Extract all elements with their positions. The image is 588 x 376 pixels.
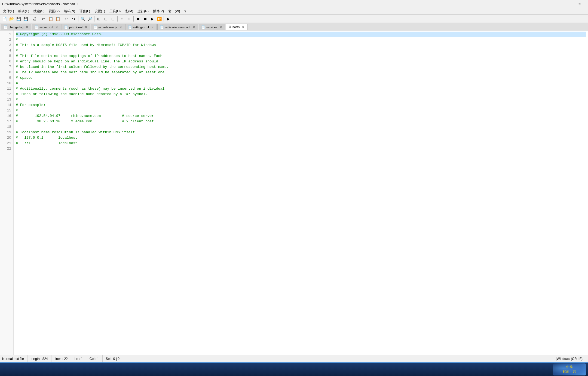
zoom-in-button[interactable]: ⊞ [96, 16, 102, 22]
code-line-10[interactable]: # [16, 81, 586, 86]
code-line-7[interactable]: # be placed in the first column followed… [16, 64, 586, 70]
zoom-out-button[interactable]: ⊟ [103, 16, 109, 22]
taskbar: 中简 的那一共 [0, 362, 588, 376]
menu-item-v[interactable]: 视图(V) [47, 8, 62, 14]
code-line-9[interactable]: # space. [16, 75, 586, 81]
tab-hosts[interactable]: 🖥hosts✕ [226, 24, 247, 30]
maximize-button[interactable]: ☐ [560, 0, 572, 8]
line-number-14: 14 [2, 102, 11, 108]
menu-item-f[interactable]: 文件(F) [1, 8, 16, 14]
code-line-5[interactable]: # This file contains the mappings of IP … [16, 53, 586, 59]
sync-scroll-v-button[interactable]: ↕ [119, 16, 125, 22]
macro-play-button[interactable]: ▶ [149, 16, 155, 22]
menu-item-l[interactable]: 语言(L) [77, 8, 92, 14]
redo-button[interactable]: ↪ [71, 16, 77, 22]
code-line-14[interactable]: # For example: [16, 102, 586, 108]
tab-close-server-xml[interactable]: ✕ [55, 25, 59, 29]
line-number-13: 13 [2, 97, 11, 102]
menu-item-n[interactable]: 编码(N) [62, 8, 77, 14]
code-line-13[interactable]: # [16, 97, 586, 102]
tab-icon-settings-xml: 📄 [128, 25, 132, 29]
tab-icon-server-xml: 📄 [34, 25, 38, 29]
menu-item-w[interactable]: 窗口(W) [166, 8, 182, 14]
macro-run-button[interactable]: ⏩ [156, 16, 163, 22]
code-line-1[interactable]: # Copyright (c) 1993-2009 Microsoft Corp… [16, 32, 586, 37]
save-button[interactable]: 💾 [15, 16, 22, 22]
print-button[interactable]: 🖨 [31, 16, 38, 22]
code-line-21[interactable]: # ::1 localhost [16, 141, 586, 146]
code-line-16[interactable]: # 102.54.94.97 rhino.acme.com # source s… [16, 113, 586, 119]
run-button[interactable]: ▶ [165, 16, 171, 22]
sync-scroll-h-button[interactable]: ↔ [126, 16, 132, 22]
tab-settings-xml[interactable]: 📄settings.xml✕ [125, 24, 157, 30]
tab-services[interactable]: 📄services✕ [199, 24, 225, 30]
tab-icon-change-log: 📄 [4, 25, 8, 29]
line-number-2: 2 [2, 37, 11, 43]
code-content[interactable]: # Copyright (c) 1993-2009 Microsoft Corp… [14, 31, 588, 355]
title-bar: C:\Windows\System32\drivers\etc\hosts - … [0, 0, 588, 8]
menu-item-e[interactable]: 编辑(E) [16, 8, 31, 14]
code-line-12[interactable]: # lines or following the machine name de… [16, 92, 586, 97]
game-icon[interactable]: 中简 的那一共 [553, 363, 586, 375]
toolbar-sep-7 [133, 16, 134, 22]
code-line-4[interactable]: # [16, 48, 586, 53]
code-line-19[interactable]: # localhost name resolution is handled w… [16, 130, 586, 135]
code-line-17[interactable]: # 38.25.63.10 x.acme.com # x client host [16, 119, 586, 124]
find-button[interactable]: 🔍 [79, 16, 86, 22]
macro-stop-button[interactable]: ⏹ [142, 16, 148, 22]
menu-item-o[interactable]: 工具(O) [107, 8, 123, 14]
tab-peizhi-xml[interactable]: 📄peizhi.xml✕ [62, 24, 90, 30]
code-line-18[interactable] [16, 124, 586, 130]
undo-button[interactable]: ↩ [63, 16, 70, 22]
tab-close-hosts[interactable]: ✕ [241, 25, 245, 29]
line-number-5: 5 [2, 53, 11, 59]
tab-close-peizhi-xml[interactable]: ✕ [84, 25, 88, 29]
tab-echarts-min-js[interactable]: 📄echarts.min.js✕ [91, 24, 125, 30]
tab-close-settings-xml[interactable]: ✕ [151, 25, 154, 29]
menu-item-r[interactable]: 运行(R) [135, 8, 151, 14]
tab-close-redis-windows-conf[interactable]: ✕ [192, 25, 196, 29]
copy-button[interactable]: 📋 [47, 16, 54, 22]
code-line-20[interactable]: # 127.0.0.1 localhost [16, 135, 586, 141]
macro-record-button[interactable]: ⏺ [135, 16, 141, 22]
cut-button[interactable]: ✂ [40, 16, 47, 22]
menu-item-[interactable]: ? [182, 9, 188, 14]
line-number-9: 9 [2, 75, 11, 81]
find-replace-button[interactable]: 🔎 [87, 16, 93, 22]
close-button[interactable]: ✕ [573, 0, 586, 8]
line-number-21: 21 [2, 141, 11, 146]
tab-close-services[interactable]: ✕ [219, 25, 223, 29]
status-col: Col : 1 [86, 355, 103, 362]
tab-close-echarts-min-js[interactable]: ✕ [119, 25, 122, 29]
code-line-6[interactable]: # entry should be kept on an individual … [16, 59, 586, 64]
tab-label-redis-windows-conf: redis.windows.conf [165, 26, 190, 29]
tab-server-xml[interactable]: 📄server.xml✕ [32, 24, 61, 30]
code-line-3[interactable]: # This is a sample HOSTS file used by Mi… [16, 43, 586, 48]
toolbar-sep-3 [62, 16, 62, 22]
menu-item-m[interactable]: 宏(M) [123, 8, 135, 14]
tab-close-change-log[interactable]: ✕ [25, 25, 29, 29]
menu-item-s[interactable]: 搜索(S) [31, 8, 47, 14]
zoom-restore-button[interactable]: ⊡ [110, 16, 116, 22]
tab-label-services: services [206, 26, 217, 29]
minimize-button[interactable]: ─ [546, 0, 559, 8]
code-line-8[interactable]: # The IP address and the host name shoul… [16, 70, 586, 75]
title-text: C:\Windows\System32\drivers\etc\hosts - … [2, 2, 546, 6]
status-encoding: Windows (CR LF) [556, 357, 586, 361]
toolbar-sep-1 [30, 16, 30, 22]
menu-item-p[interactable]: 插件(P) [151, 8, 166, 14]
open-button[interactable]: 📂 [8, 16, 15, 22]
game-text: 中简 的那一共 [563, 365, 576, 374]
paste-button[interactable]: 📋 [54, 16, 61, 22]
tab-redis-windows-conf[interactable]: 📄redis.windows.conf✕ [157, 24, 198, 30]
code-line-11[interactable]: # Additionally, comments (such as these)… [16, 86, 586, 92]
code-line-2[interactable]: # [16, 37, 586, 43]
status-sel: Sel : 0 | 0 [103, 355, 123, 362]
code-line-15[interactable]: # [16, 108, 586, 113]
new-button[interactable]: 📄 [1, 16, 8, 22]
tab-change-log[interactable]: 📄change.log✕ [1, 24, 31, 30]
code-line-22[interactable] [16, 146, 586, 151]
tab-icon-peizhi-xml: 📄 [64, 25, 68, 29]
menu-item-t[interactable]: 设置(T) [92, 8, 107, 14]
save-all-button[interactable]: 💾 [22, 16, 29, 22]
